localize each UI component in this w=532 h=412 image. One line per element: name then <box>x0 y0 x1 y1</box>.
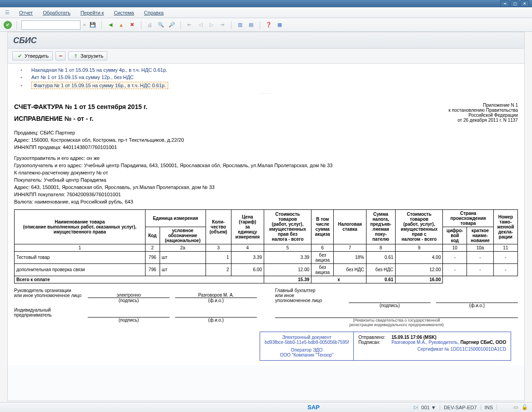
head-fio: Разговоров М. А. <box>175 293 257 298</box>
maximize-button[interactable]: ◻ <box>510 0 519 7</box>
cancel-icon[interactable]: ✖ <box>128 21 136 29</box>
col-decl: Номер тамо- женной декла- рации <box>493 209 517 244</box>
status-mode: INS <box>481 405 497 410</box>
window-titlebar: ━ ◻ ✕ <box>0 0 532 7</box>
bullet-icon: • <box>20 74 22 80</box>
edoc-line: Электронный документ <box>265 335 349 340</box>
col-name: Наименование товара (описание выполненны… <box>15 209 146 244</box>
prev-page-icon[interactable]: ◁ <box>196 21 205 29</box>
last-page-icon[interactable]: ⇥ <box>218 21 226 29</box>
upload-button[interactable]: ⇑ Загрузить <box>68 51 107 60</box>
cert-line: Сертификат № 1DD11C150001001DA1CD <box>358 347 506 352</box>
command-field[interactable] <box>21 20 80 30</box>
separator <box>16 21 17 29</box>
menu-toggle-icon[interactable]: ☰ <box>4 9 11 16</box>
list-item[interactable]: •Фактура № 1 от 15.09.15 на сумму 16р., … <box>20 81 512 90</box>
misc-line: Грузополучатель и его адрес: Учебный цен… <box>14 162 518 169</box>
ip-label: Индивидуальный предприниматель <box>14 308 82 318</box>
find-icon[interactable]: 🔍 <box>157 21 165 29</box>
save-icon[interactable]: 💾 <box>89 21 97 29</box>
chevron-left-icon[interactable]: « <box>83 22 86 27</box>
seller-line: ИНН/КПП продавца: 4401143807/760101001 <box>14 144 518 151</box>
doc-link[interactable]: Акт № 1 от 15.09.15 на сумму 12р., без Н… <box>31 74 134 80</box>
back-icon[interactable]: ◀ <box>106 21 115 29</box>
col-qty: Коли- чество (объем) <box>206 209 231 244</box>
edoc-line: ООО "Компания "Тензор" <box>265 352 349 357</box>
bullet-icon: • <box>20 83 22 88</box>
signature-block: Руководитель организации или иное уполно… <box>14 288 518 327</box>
separator <box>141 21 141 29</box>
col-excise: В том числе сумма акциза <box>311 209 334 244</box>
misc-block: Грузоотправитель и его адрес: он же Груз… <box>14 155 518 206</box>
doc-link-active[interactable]: Фактура № 1 от 15.09.15 на сумму 16р., в… <box>31 82 168 89</box>
col-cost-tax: Стоимость товаров (работ, услуг), имущес… <box>396 209 443 244</box>
content-area: СБИС ✔ Утвердить ━ ⇑ Загрузить •Накладна… <box>7 32 525 401</box>
status-icon2[interactable]: 🔓 <box>521 404 528 411</box>
annex-line: к постановлению Правительства <box>449 108 518 113</box>
status-empty <box>497 405 510 410</box>
panel-title: СБИС <box>8 32 524 49</box>
seller-block: Продавец: СБИС Партнер Адрес: 156000, Ко… <box>14 129 518 151</box>
splitter-handle[interactable]: · · · · · <box>20 90 512 95</box>
misc-line: Покупатель: Учебный центр Парадигма <box>14 177 518 184</box>
upload-label: Загрузить <box>80 53 103 59</box>
first-page-icon[interactable]: ⇤ <box>186 21 194 29</box>
col-origin-code: цифро- вой код <box>443 227 467 244</box>
misc-line: Валюта: наименование, код Российский руб… <box>14 199 518 206</box>
menu-system[interactable]: Система <box>112 9 136 16</box>
list-item[interactable]: •Акт № 1 от 15.09.15 на сумму 12р., без … <box>20 74 512 81</box>
seller-line: Продавец: СБИС Партнер <box>14 129 518 137</box>
invoice-number-line: СЧЕТ-ФАКТУРА № 1 от 15 сентября 2015 г. <box>14 103 147 112</box>
help-icon[interactable]: ❓ <box>265 21 273 29</box>
status-icon1[interactable]: ▭ <box>512 404 519 411</box>
menu-report[interactable]: Отчет <box>17 9 35 16</box>
upload-icon: ⇑ <box>72 53 79 59</box>
edoc-left: Электронный документ bd93fbce-5bb0-11e5-… <box>260 332 353 361</box>
caption: (подпись) <box>88 318 170 323</box>
minimize-button[interactable]: ━ <box>500 0 509 7</box>
remove-button[interactable]: ━ <box>55 51 65 60</box>
sap-logo: SAP <box>307 404 320 411</box>
window2-icon[interactable]: ▤ <box>247 21 255 29</box>
edoc-guid: bd93fbce-5bb0-11e5-bdb9-005056b7595f <box>265 340 349 345</box>
arrow-icon[interactable]: ▷ <box>414 404 417 410</box>
standard-toolbar: ✔ « 💾 ◀ ▲ ✖ 🖨 🔍 🔎 ⇤ ◁ ▷ ⇥ ▥ ▤ ❓ ▦ <box>0 18 532 32</box>
find-next-icon[interactable]: 🔎 <box>168 21 176 29</box>
print-icon[interactable]: 🖨 <box>146 21 154 29</box>
annex-line: Российской Федерации <box>449 113 518 118</box>
menu-process[interactable]: Обработать <box>41 9 72 16</box>
sent-value: 15.09.15 17:06 (MSK) <box>391 335 437 340</box>
accept-icon[interactable]: ✔ <box>4 21 12 29</box>
invoice-document: СЧЕТ-ФАКТУРА № 1 от 15 сентября 2015 г. … <box>8 98 524 365</box>
caption: (ф.и.о.) <box>175 318 257 323</box>
layout-icon[interactable]: ▦ <box>276 21 284 29</box>
req-caption: (Реквизиты свидетельства о государственн… <box>275 318 518 327</box>
menu-goto[interactable]: Перейти к <box>79 9 105 16</box>
next-page-icon[interactable]: ▷ <box>207 21 216 29</box>
caption: (ф.и.о.) <box>175 298 257 303</box>
close-button[interactable]: ✕ <box>520 0 529 7</box>
seller-line: Адрес: 156000, Костромская обл, Кострома… <box>14 137 518 144</box>
window1-icon[interactable]: ▥ <box>236 21 244 29</box>
signed-label: Подписан: <box>358 340 390 345</box>
menu-help[interactable]: Справка <box>142 9 166 16</box>
items-table: Наименование товара (описание выполненны… <box>14 209 518 283</box>
colnum-row: 122а34567891010а11 <box>15 244 518 251</box>
approve-label: Утвердить <box>25 53 49 59</box>
check-icon: ✔ <box>16 53 23 59</box>
head-signature: электронно <box>88 293 170 298</box>
approve-button[interactable]: ✔ Утвердить <box>12 51 53 60</box>
misc-line: Грузоотправитель и его адрес: он же <box>14 155 518 162</box>
doc-link[interactable]: Накладная № 1 от 15.09.15 на сумму 4р., … <box>31 67 167 73</box>
up-icon[interactable]: ▲ <box>117 21 125 29</box>
app-toolbar: ✔ Утвердить ━ ⇑ Загрузить <box>8 49 524 64</box>
col-origin: Страна происхождения товара <box>443 209 493 227</box>
col-origin-name: краткое наиме- нование <box>467 227 494 244</box>
sent-label: Отправлено: <box>358 335 390 340</box>
total-row: Всего к оплате 15.39 х 0.61 16.00 <box>15 276 518 283</box>
edoc-right: Отправлено: 15.09.15 17:06 (MSK) Подписа… <box>353 332 511 361</box>
list-item[interactable]: •Накладная № 1 от 15.09.15 на сумму 4р.,… <box>20 66 512 74</box>
acc-signature <box>349 298 431 303</box>
col-unit-code: Код <box>145 227 160 244</box>
acc-label: Главный бухгалтер или иное уполномоченно… <box>275 288 343 303</box>
